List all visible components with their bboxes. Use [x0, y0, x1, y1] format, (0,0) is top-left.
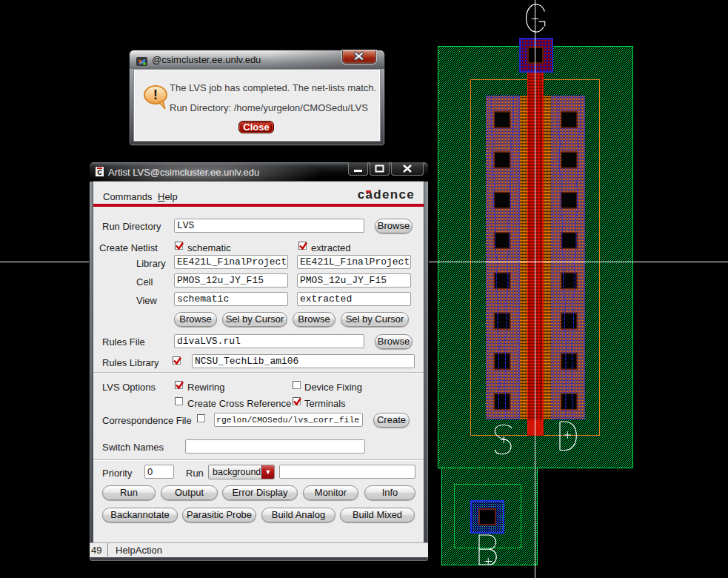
svg-text:!: ! [153, 87, 158, 102]
